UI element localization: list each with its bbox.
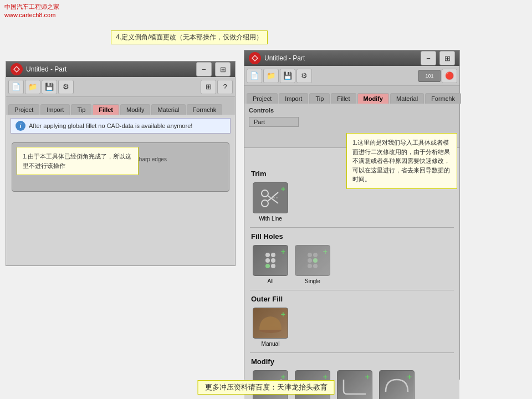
outer-fill-manual-icon: +: [253, 308, 288, 339]
outer-fill-plus: +: [281, 310, 285, 319]
left-panel-logo: [11, 63, 23, 75]
right-panel: Untitled - Part − ⊞ 📄 📁 💾 ⚙ 101 🔴 Projec…: [244, 50, 460, 380]
tab-material-left[interactable]: Material: [151, 104, 185, 115]
left-tabs: Project Import Tip Fillet Modify Materia…: [6, 97, 235, 115]
open-btn[interactable]: 📁: [25, 80, 40, 94]
tab-fillet-left[interactable]: Fillet: [93, 104, 119, 115]
fill-all-card[interactable]: + All: [251, 245, 290, 284]
left-expand-btn[interactable]: ⊞: [215, 62, 231, 76]
right-open-btn[interactable]: 📁: [263, 69, 279, 83]
number-indicator: 101: [418, 70, 441, 82]
fill-holes-section-header: Fill Holes: [244, 229, 459, 243]
outer-fill-manual-card[interactable]: + Manual: [251, 308, 290, 347]
trim-with-line-card[interactable]: + With Line: [251, 182, 290, 222]
right-view-btn[interactable]: 🔴: [442, 69, 457, 83]
trim-with-line-label: With Line: [259, 216, 282, 222]
right-settings-btn[interactable]: ⚙: [296, 69, 312, 83]
controls-part-item[interactable]: Part: [249, 117, 299, 127]
right-panel-titlebar: Untitled - Part − ⊞: [244, 50, 459, 66]
preform-plus: +: [407, 372, 412, 381]
fill-single-plus: +: [323, 247, 328, 256]
fill-all-icon: +: [253, 245, 288, 276]
fill-single-icon: +: [295, 245, 330, 276]
fill-holes-grid: + All + Sin: [244, 243, 459, 289]
right-panel-logo: [249, 52, 261, 64]
tab-tip-left[interactable]: Tip: [71, 104, 91, 115]
left-panel-titlebar: Untitled - Part − ⊞: [6, 62, 235, 77]
trim-plus: +: [281, 185, 285, 193]
tab-formchk-left[interactable]: Formchk: [187, 104, 223, 115]
tab-project-right[interactable]: Project: [247, 93, 278, 104]
modify-radius-card[interactable]: + Radius: [335, 370, 374, 399]
modify-section-header: Modify: [244, 354, 459, 368]
modify-radius-icon: +: [337, 370, 372, 399]
outer-fill-grid: + Manual: [244, 305, 459, 351]
modify-preform-card[interactable]: + Preform: [377, 370, 416, 399]
new-btn[interactable]: 📄: [8, 80, 24, 94]
outer-fill-section-header: Outer Fill: [244, 291, 459, 305]
radius-plus: +: [365, 372, 370, 381]
right-minimize-btn[interactable]: −: [421, 51, 436, 65]
watermark: 中国汽车工程师之家 www.cartech8.com: [4, 3, 59, 20]
info-icon: i: [16, 121, 25, 131]
right-save-btn[interactable]: 💾: [280, 69, 295, 83]
left-toolbar: 📄 📁 💾 ⚙ ⊞ ?: [6, 77, 235, 97]
view-btn[interactable]: ⊞: [201, 80, 216, 94]
trim-with-line-icon: +: [253, 182, 288, 213]
fill-all-label: All: [267, 278, 273, 284]
tab-modify-left[interactable]: Modify: [120, 104, 150, 115]
save-btn[interactable]: 💾: [42, 80, 57, 94]
tab-import-right[interactable]: Import: [279, 93, 308, 104]
tooltip-left: 1.由于本工具体已经倒角完成了，所以这里不进行该操作: [17, 147, 139, 175]
tab-project-left[interactable]: Project: [8, 104, 39, 115]
right-expand-btn[interactable]: ⊞: [439, 51, 455, 65]
fill-single-label: Single: [305, 278, 320, 284]
fill-single-card[interactable]: + Single: [293, 245, 332, 284]
right-new-btn[interactable]: 📄: [247, 69, 262, 83]
left-minimize-btn[interactable]: −: [196, 62, 212, 76]
tab-tip-right[interactable]: Tip: [309, 93, 330, 104]
tooltip-right: 1.这里的是对我们导入工具体或者模面进行二次修改用的，由于分析结果不满意或者各种…: [346, 133, 457, 189]
tab-modify-right[interactable]: Modify: [357, 93, 389, 104]
controls-label: Controls: [249, 106, 455, 115]
annotation-banner: 4.定义倒角/模面更改（无本部操作，仅做介绍用）: [111, 30, 268, 44]
fill-all-plus: +: [281, 247, 285, 256]
settings-btn[interactable]: ⚙: [58, 80, 74, 94]
left-info-bar: i After applying global fillet no CAD-da…: [11, 118, 231, 134]
outer-fill-manual-label: Manual: [262, 341, 280, 347]
tab-fillet-right[interactable]: Fillet: [331, 93, 356, 104]
bottom-banner: 更多冲压资料请百度：天津龙抬头教育: [198, 380, 335, 395]
right-panel-title: Untitled - Part: [264, 54, 417, 62]
tab-formchk-right[interactable]: Formchk: [425, 93, 461, 104]
tab-import-left[interactable]: Import: [40, 104, 70, 115]
right-toolbar: 📄 📁 💾 ⚙ 101 🔴: [244, 66, 459, 86]
help-btn[interactable]: ?: [217, 80, 233, 94]
modify-preform-icon: +: [379, 370, 415, 399]
left-panel-title: Untitled - Part: [26, 65, 193, 73]
tab-material-right[interactable]: Material: [390, 93, 424, 104]
right-tabs: Project Import Tip Fillet Modify Materia…: [244, 86, 459, 104]
svg-point-5: [262, 190, 268, 197]
svg-point-4: [262, 200, 268, 207]
